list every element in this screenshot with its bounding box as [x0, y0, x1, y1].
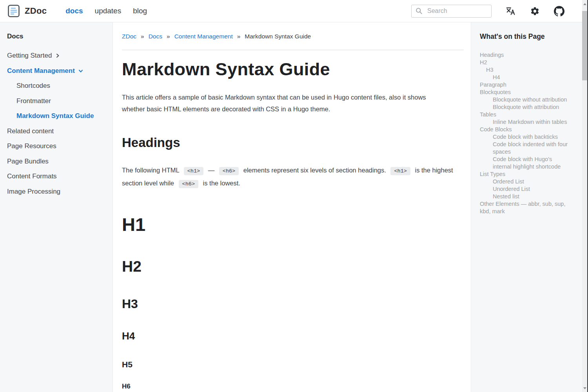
app-window: ZDoc docsupdatesblog: [0, 0, 588, 392]
breadcrumb: ZDoc»Docs»Content Management»Markdown Sy…: [122, 33, 464, 40]
toc-item-code-block-with-hugo-s-internal-highlight-shortcode[interactable]: Code block with Hugo’s internal highligh…: [480, 156, 571, 171]
intro-paragraph: This article offers a sample of basic Ma…: [122, 91, 449, 115]
breadcrumb-item-markdown-syntax-guide: Markdown Syntax Guide: [245, 33, 311, 40]
section-heading-headings: Headings: [122, 135, 464, 150]
inline-code: <h6>: [219, 167, 239, 175]
sample-heading-h3: H3: [122, 297, 464, 311]
sidebar-item-label: Content Management: [7, 67, 75, 74]
sidebar-item-frontmatter[interactable]: Frontmatter: [7, 98, 107, 105]
page-layout: Docs Getting StartedContent ManagementSh…: [0, 22, 588, 392]
main-content: ZDoc»Docs»Content Management»Markdown Sy…: [113, 22, 471, 392]
toc-item-nested-list[interactable]: Nested list: [480, 193, 571, 200]
sample-heading-h6: H6: [122, 383, 464, 390]
search-box[interactable]: [411, 5, 492, 18]
scrollbar-thumb[interactable]: [582, 11, 587, 80]
toc-item-code-block-with-backticks[interactable]: Code block with backticks: [480, 133, 571, 141]
breadcrumb-item-docs[interactable]: Docs: [149, 33, 162, 40]
inline-code: <h6>: [179, 180, 198, 188]
toc-item-code-blocks[interactable]: Code Blocks: [480, 126, 571, 133]
sidebar-item-page-resources[interactable]: Page Resources: [7, 143, 107, 150]
toc-item-unordered-list[interactable]: Unordered List: [480, 185, 571, 193]
sidebar-nav: Getting StartedContent ManagementShortco…: [7, 52, 107, 195]
sidebar-item-label: Shortcodes: [16, 82, 50, 89]
sidebar-item-related-content[interactable]: Related content: [7, 128, 107, 135]
toc-item-h4[interactable]: H4: [480, 74, 571, 81]
inline-code: <h1>: [184, 167, 203, 175]
sidebar-item-label: Page Bundles: [7, 158, 49, 165]
toc-item-tables[interactable]: Tables: [480, 111, 571, 118]
sidebar-item-getting-started[interactable]: Getting Started: [7, 52, 107, 59]
sample-heading-h4: H4: [122, 330, 464, 342]
toc-item-ordered-list[interactable]: Ordered List: [480, 178, 571, 185]
toc-item-headings[interactable]: Headings: [480, 51, 571, 59]
breadcrumb-separator: »: [167, 33, 170, 40]
toc-item-other-elements-abbr-sub-sup-kbd-mark[interactable]: Other Elements — abbr, sub, sup, kbd, ma…: [480, 200, 571, 215]
search-input[interactable]: [426, 7, 487, 15]
toc-item-blockquote-with-attribution[interactable]: Blockquote with attribution: [480, 103, 571, 111]
sidebar-item-image-processing[interactable]: Image Processing: [7, 188, 107, 195]
sidebar-title: Docs: [7, 33, 107, 40]
toc-item-paragraph[interactable]: Paragraph: [480, 81, 571, 89]
toc-title: What's on this Page: [480, 33, 571, 41]
sidebar-item-label: Related content: [7, 128, 54, 135]
top-navbar: ZDoc docsupdatesblog: [0, 0, 588, 22]
translate-icon[interactable]: [506, 6, 516, 16]
divider: [122, 50, 464, 50]
nav-link-updates[interactable]: updates: [95, 7, 122, 15]
sidebar-item-label: Image Processing: [7, 188, 60, 195]
scrollbar-up-arrow[interactable]: [582, 1, 587, 7]
nav-links: docsupdatesblog: [65, 7, 147, 15]
text-segment: is the lowest.: [201, 180, 240, 187]
breadcrumb-separator: »: [141, 33, 144, 40]
toc-item-inline-markdown-within-tables[interactable]: Inline Markdown within tables: [480, 118, 571, 126]
github-icon[interactable]: [554, 6, 564, 16]
sidebar-item-label: Content Formats: [7, 173, 57, 180]
toc-list: HeadingsH2H3H4ParagraphBlockquotesBlockq…: [480, 51, 571, 215]
breadcrumb-item-content-management[interactable]: Content Management: [174, 33, 233, 40]
navbar-right: [411, 5, 564, 18]
toc-item-blockquote-without-attribution[interactable]: Blockquote without attribution: [480, 96, 571, 103]
page-title: Markdown Syntax Guide: [122, 59, 464, 80]
sidebar-item-page-bundles[interactable]: Page Bundles: [7, 158, 107, 165]
breadcrumb-item-zdoc[interactable]: ZDoc: [122, 33, 136, 40]
gear-icon[interactable]: [530, 6, 540, 16]
toc-item-code-block-indented-with-four-spaces[interactable]: Code block indented with four spaces: [480, 141, 571, 156]
sidebar-item-label: Getting Started: [7, 52, 52, 59]
brand-name: ZDoc: [25, 6, 47, 16]
sidebar-item-label: Markdown Syntax Guide: [16, 113, 94, 120]
headings-paragraph: The following HTML <h1> — <h6> elements …: [122, 164, 459, 190]
sample-heading-h2: H2: [122, 258, 464, 275]
toc-item-h3[interactable]: H3: [480, 66, 571, 74]
inline-code: <h1>: [390, 167, 410, 175]
text-segment: —: [206, 167, 216, 174]
chevron-right-icon: [55, 53, 60, 58]
sidebar-item-content-management[interactable]: Content Management: [7, 67, 107, 74]
nav-link-blog[interactable]: blog: [133, 7, 147, 15]
scrollbar-down-arrow[interactable]: [582, 385, 587, 391]
scrollbar[interactable]: [582, 0, 587, 392]
sidebar-item-label: Frontmatter: [16, 98, 51, 105]
text-segment: The following HTML: [122, 167, 181, 174]
toc-item-h2[interactable]: H2: [480, 59, 571, 66]
right-sidebar: What's on this Page HeadingsH2H3H4Paragr…: [471, 22, 588, 392]
logo-document-icon: [8, 5, 20, 17]
sidebar-item-markdown-syntax-guide[interactable]: Markdown Syntax Guide: [7, 113, 107, 120]
heading-samples: H1H2H3H4H5H6: [122, 214, 464, 390]
sidebar-item-content-formats[interactable]: Content Formats: [7, 173, 107, 180]
toc-item-blockquotes[interactable]: Blockquotes: [480, 89, 571, 96]
sample-heading-h5: H5: [122, 360, 464, 369]
left-sidebar: Docs Getting StartedContent ManagementSh…: [0, 22, 113, 392]
brand[interactable]: ZDoc: [8, 5, 47, 17]
search-icon: [416, 7, 423, 15]
toc-item-list-types[interactable]: List Types: [480, 171, 571, 178]
sample-heading-h1: H1: [122, 214, 464, 235]
text-segment: elements represent six levels of section…: [241, 167, 388, 174]
chevron-down-icon: [78, 69, 83, 73]
breadcrumb-separator: »: [237, 33, 241, 40]
sidebar-item-label: Page Resources: [7, 143, 56, 150]
nav-link-docs[interactable]: docs: [65, 7, 83, 15]
sidebar-item-shortcodes[interactable]: Shortcodes: [7, 82, 107, 89]
